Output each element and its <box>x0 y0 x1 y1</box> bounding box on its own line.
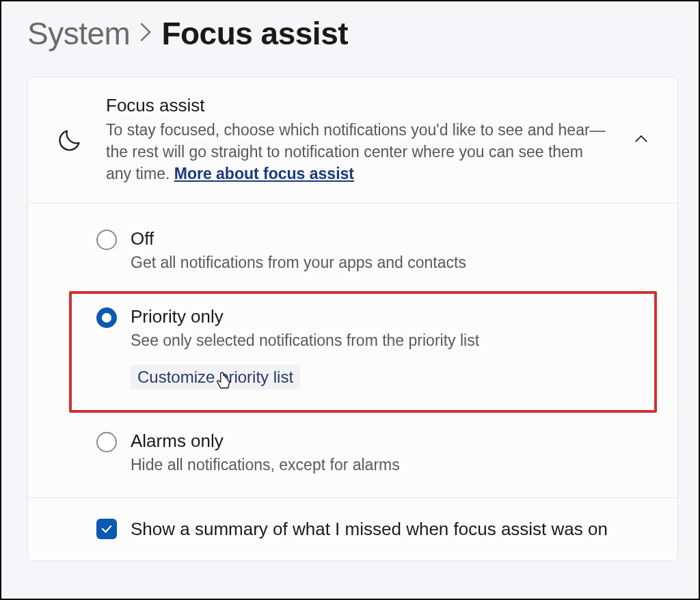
option-priority-title: Priority only <box>131 306 643 327</box>
summary-label: Show a summary of what I missed when foc… <box>131 517 608 541</box>
panel-title: Focus assist <box>106 95 609 116</box>
option-priority-desc: See only selected notifications from the… <box>131 330 643 351</box>
customize-priority-list-link[interactable]: Customize priority list <box>131 365 300 390</box>
page-title: Focus assist <box>161 15 348 52</box>
breadcrumb: System Focus assist <box>27 15 678 52</box>
option-off-title: Off <box>131 228 643 249</box>
check-icon <box>100 522 113 536</box>
panel-description: To stay focused, choose which notificati… <box>106 119 609 185</box>
summary-row[interactable]: Show a summary of what I missed when foc… <box>28 498 677 560</box>
option-alarms-only[interactable]: Alarms only Hide all notifications, exce… <box>69 415 657 491</box>
panel-header[interactable]: Focus assist To stay focused, choose whi… <box>28 77 677 204</box>
moon-icon <box>57 127 83 153</box>
radio-priority-only[interactable] <box>96 308 117 328</box>
radio-alarms-only[interactable] <box>96 432 117 452</box>
option-off-desc: Get all notifications from your apps and… <box>131 252 643 273</box>
option-alarms-desc: Hide all notifications, except for alarm… <box>131 454 643 476</box>
option-alarms-title: Alarms only <box>131 431 643 452</box>
focus-assist-panel: Focus assist To stay focused, choose whi… <box>27 77 678 561</box>
summary-checkbox[interactable] <box>96 519 117 539</box>
option-priority-only[interactable]: Priority only See only selected notifica… <box>69 291 657 413</box>
more-about-link[interactable]: More about focus assist <box>174 165 354 182</box>
options-group: Off Get all notifications from your apps… <box>28 204 677 498</box>
chevron-up-icon[interactable] <box>632 130 650 150</box>
radio-off[interactable] <box>96 230 117 250</box>
option-off[interactable]: Off Get all notifications from your apps… <box>69 213 657 288</box>
breadcrumb-parent[interactable]: System <box>27 15 130 52</box>
chevron-right-icon <box>139 19 152 49</box>
